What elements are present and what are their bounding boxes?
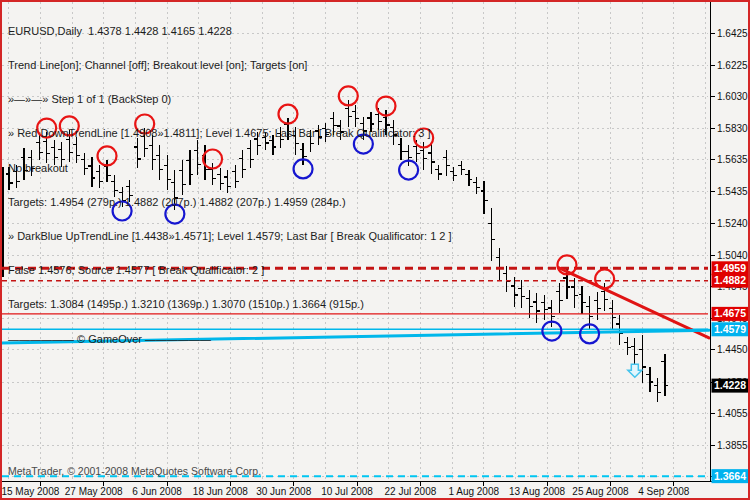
price-axis-label: 1.4450	[717, 344, 748, 355]
date-axis-label: 18 Jun 2008	[193, 486, 248, 497]
date-axis-label: 6 Jun 2008	[132, 486, 182, 497]
ohlc-bar	[609, 300, 616, 330]
ohlc-bar	[496, 248, 503, 281]
info-line-blue-trendline: » DarkBlue UpTrendLine [1.4438»1.4571]; …	[8, 231, 452, 242]
price-axis-label: 1.6030	[717, 91, 748, 102]
ohlc-bar	[533, 293, 540, 323]
price-axis-label: 1.6425	[717, 28, 748, 39]
metatrader-watermark: MetaTrader, © 2001-2008 MetaQuotes Softw…	[8, 465, 261, 477]
info-line-signature: —————— © GameOver ——————	[8, 334, 452, 345]
price-badge-label: 1.4959	[714, 262, 746, 274]
info-line-red-trendline: » Red DownTrendLine [1.4908»1.4811]; Lev…	[8, 128, 452, 139]
date-axis-label: 4 Sep 2008	[638, 486, 690, 497]
price-scale[interactable]: 1.64251.62251.60301.58301.56351.54351.52…	[711, 28, 749, 483]
price-axis-label: 1.5240	[717, 218, 748, 229]
price-badge-label: 1.4882	[714, 274, 746, 286]
sell-arrow-icon[interactable]	[628, 364, 642, 377]
price-axis-label: 1.5435	[717, 186, 748, 197]
price-badge-label: 1.4675	[714, 307, 746, 319]
price-axis-label: 1.5040	[717, 250, 748, 261]
ohlc-bar	[571, 278, 578, 308]
date-axis-label: 22 Jul 2008	[385, 486, 437, 497]
ohlc-bar	[624, 337, 631, 355]
info-line-no-breakout: No breakout	[8, 163, 452, 174]
ohlc-bar	[458, 161, 465, 175]
price-badge-label: 1.4579	[714, 323, 746, 335]
info-line-targets-up: Targets: 1.4954 (279p.) 1.4882 (207p.) 1…	[8, 197, 452, 208]
date-axis-label: 1 Aug 2008	[448, 486, 499, 497]
date-axis-label: 13 Aug 2008	[509, 486, 566, 497]
info-line-step: »—»—» Step 1 of 1 (BackStep 0)	[8, 94, 452, 105]
date-axis-label: 30 Jun 2008	[256, 486, 311, 497]
date-axis-label: 10 Jul 2008	[321, 486, 373, 497]
ohlc-bar	[465, 170, 472, 186]
info-line-targets-down: Targets: 1.3084 (1495p.) 1.3210 (1369p.)…	[8, 299, 452, 310]
ohlc-bar	[631, 338, 638, 365]
price-axis-label: 1.4055	[717, 408, 748, 419]
price-axis-label: 1.3855	[717, 440, 748, 451]
ohlc-bar	[646, 367, 653, 392]
date-axis-label: 15 May 2008	[1, 486, 59, 497]
info-line-false-source: False 1.4576; Source 1.4577 [ Break Qual…	[8, 265, 452, 276]
price-badge-label: 1.4228	[714, 379, 746, 391]
ohlc-bar	[654, 378, 661, 402]
ohlc-bar	[594, 292, 601, 320]
expert-info-panel: EURUSD,Daily 1.4378 1.4428 1.4165 1.4228…	[8, 3, 452, 356]
price-axis-label: 1.5635	[717, 154, 748, 165]
ohlc-bar	[481, 181, 488, 214]
date-axis-label: 27 May 2008	[65, 486, 123, 497]
ohlc-bar	[556, 283, 563, 313]
ohlc-bar	[579, 286, 586, 314]
ohlc-bar	[488, 208, 495, 261]
date-axis-label: 25 Aug 2008	[572, 486, 629, 497]
price-badge-label: 1.3664	[714, 470, 746, 482]
ohlc-bar	[518, 280, 525, 308]
ohlc-bar	[639, 335, 646, 383]
ohlc-bar	[511, 277, 518, 307]
ohlc-bar	[661, 354, 668, 396]
time-scale[interactable]: 15 May 200827 May 20086 Jun 200818 Jun 2…	[1, 482, 689, 497]
chart-title-ohlc: EURUSD,Daily 1.4378 1.4428 1.4165 1.4228	[8, 26, 452, 37]
price-axis-label: 1.6225	[717, 60, 748, 71]
price-axis-label: 1.5830	[717, 123, 748, 134]
info-line-settings: Trend Line[on]; Channel [off]; Breakout …	[8, 60, 452, 71]
